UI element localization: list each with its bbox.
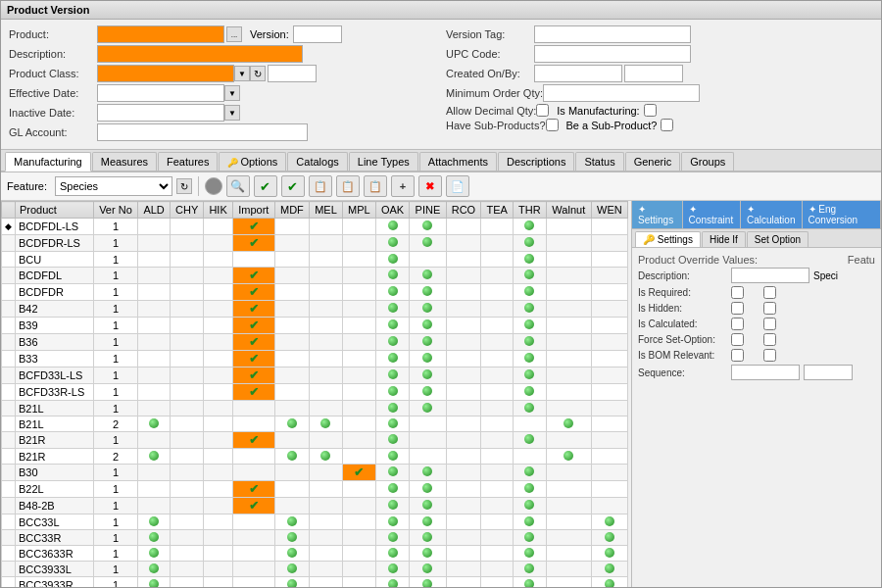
right-sub-tab-settings[interactable]: 🔑 Settings <box>635 231 701 247</box>
right-is-hidden-override[interactable] <box>731 302 744 315</box>
copy3-btn[interactable]: 📋 <box>364 175 387 197</box>
cell-thr <box>513 368 546 384</box>
created-by-input[interactable] <box>624 65 683 82</box>
col-wen-header: WEN <box>591 202 627 219</box>
tab-status[interactable]: Status <box>575 152 623 171</box>
cell-oak <box>375 268 410 284</box>
doc-btn[interactable]: 📄 <box>446 175 469 197</box>
right-force-set-feature[interactable] <box>763 333 776 346</box>
right-force-set-override[interactable] <box>731 333 744 346</box>
cell-walnut <box>546 498 591 514</box>
delete-btn[interactable]: ✖ <box>418 175 442 197</box>
allow-decimal-checkbox[interactable] <box>536 104 549 117</box>
effective-date-dropdown[interactable]: ▼ <box>224 85 240 101</box>
product-class-input[interactable] <box>97 65 234 82</box>
cell-mel <box>310 530 343 546</box>
cell-chy <box>170 351 204 368</box>
version-input[interactable] <box>293 25 342 43</box>
right-is-required-override[interactable] <box>731 286 744 299</box>
description-input[interactable] <box>97 45 303 63</box>
right-is-calculated-override[interactable] <box>731 318 744 330</box>
right-tab-eng-conversion[interactable]: ✦ Eng Conversion <box>803 201 881 228</box>
tab-manufacturing[interactable]: Manufacturing <box>5 152 91 172</box>
is-manufacturing-label: Is Manufacturing: <box>557 105 639 117</box>
check2-btn[interactable]: ✔ <box>281 175 305 197</box>
right-is-hidden-feature[interactable] <box>763 302 776 315</box>
right-is-calculated-feature[interactable] <box>763 318 776 330</box>
gl-account-input[interactable] <box>97 123 308 141</box>
inactive-date-input[interactable] <box>97 104 224 122</box>
right-description-input[interactable] <box>731 268 809 283</box>
tab-features[interactable]: Features <box>158 152 218 171</box>
col-verno-header: Ver No <box>93 202 138 219</box>
cell-product: B30 <box>16 465 94 481</box>
inactive-date-dropdown[interactable]: ▼ <box>224 105 240 121</box>
is-manufacturing-checkbox[interactable] <box>644 104 657 117</box>
cell-pine <box>410 284 446 301</box>
tab-groups[interactable]: Groups <box>681 152 734 171</box>
cell-product: BCDFDL <box>16 268 94 284</box>
cell-walnut <box>546 432 591 449</box>
cell-ald <box>138 268 171 284</box>
right-sub-tab-hide-if[interactable]: Hide If <box>702 231 746 247</box>
right-bom-relevant-override[interactable] <box>731 349 744 362</box>
right-tab-settings[interactable]: ✦ Settings <box>632 201 683 228</box>
tab-attachments[interactable]: Attachments <box>419 152 497 171</box>
cell-import: ✔ <box>232 384 274 401</box>
tab-measures[interactable]: Measures <box>92 152 157 171</box>
product-input[interactable] <box>97 25 224 43</box>
gl-account-label: GL Account: <box>9 126 97 138</box>
cell-hik <box>204 284 232 301</box>
cell-tea <box>481 351 514 368</box>
cell-product: B39 <box>16 318 94 334</box>
min-order-input[interactable] <box>543 84 700 102</box>
cell-rco <box>446 284 481 301</box>
add-btn[interactable]: + <box>391 175 415 197</box>
tab-catalogs[interactable]: Catalogs <box>287 152 347 171</box>
cell-pine <box>410 401 446 416</box>
cell-mpl: ✔ <box>342 465 375 481</box>
cell-tea <box>481 481 514 498</box>
right-sequence-override[interactable] <box>731 365 800 380</box>
cell-tea <box>481 530 514 546</box>
right-tab-calculation[interactable]: ✦ Calculation <box>741 201 803 228</box>
grid-area[interactable]: Product Ver No ALD CHY HIK Import MDF ME… <box>1 201 631 587</box>
copy2-btn[interactable]: 📋 <box>336 175 360 197</box>
feature-refresh-btn[interactable]: ↻ <box>176 178 192 194</box>
have-sub-products-checkbox[interactable] <box>546 119 559 131</box>
search-btn[interactable]: 🔍 <box>226 175 250 197</box>
tab-line-types[interactable]: Line Types <box>349 152 418 171</box>
cell-product: BCDFDR <box>16 284 94 301</box>
product-browse-btn[interactable]: ... <box>226 26 242 42</box>
cell-pine <box>410 449 446 465</box>
cell-import <box>232 416 274 432</box>
main-tabs: Manufacturing Measures Features 🔑Options… <box>1 150 881 172</box>
product-class-dropdown[interactable]: ▼ <box>234 66 250 81</box>
cell-wen <box>591 465 627 481</box>
feature-select[interactable]: Species <box>55 176 172 196</box>
tab-descriptions[interactable]: Descriptions <box>498 152 575 171</box>
copy1-btn[interactable]: 📋 <box>309 175 332 197</box>
effective-date-input[interactable] <box>97 84 224 102</box>
tab-generic[interactable]: Generic <box>625 152 681 171</box>
right-sequence-feature[interactable] <box>804 365 853 380</box>
version-tag-input[interactable] <box>534 25 691 43</box>
product-class-extra[interactable] <box>268 65 317 82</box>
cell-pine <box>410 530 446 546</box>
circle-btn[interactable] <box>205 177 222 195</box>
product-class-refresh[interactable]: ↻ <box>250 66 266 81</box>
right-tab-constraint[interactable]: ✦ Constraint <box>683 201 741 228</box>
right-bom-relevant-label: Is BOM Relevant: <box>638 350 731 361</box>
right-sub-tab-set-option[interactable]: Set Option <box>747 231 808 247</box>
cell-import <box>232 449 274 465</box>
cell-rco <box>446 252 481 268</box>
upc-code-input[interactable] <box>534 45 691 63</box>
created-label: Created On/By: <box>446 68 534 79</box>
right-is-required-feature[interactable] <box>763 286 776 299</box>
check1-btn[interactable]: ✔ <box>254 175 277 197</box>
row-indicator <box>2 235 16 252</box>
right-bom-relevant-feature[interactable] <box>763 349 776 362</box>
created-on-input[interactable] <box>534 65 622 82</box>
be-sub-product-checkbox[interactable] <box>661 119 673 131</box>
tab-options[interactable]: 🔑Options <box>219 152 286 171</box>
